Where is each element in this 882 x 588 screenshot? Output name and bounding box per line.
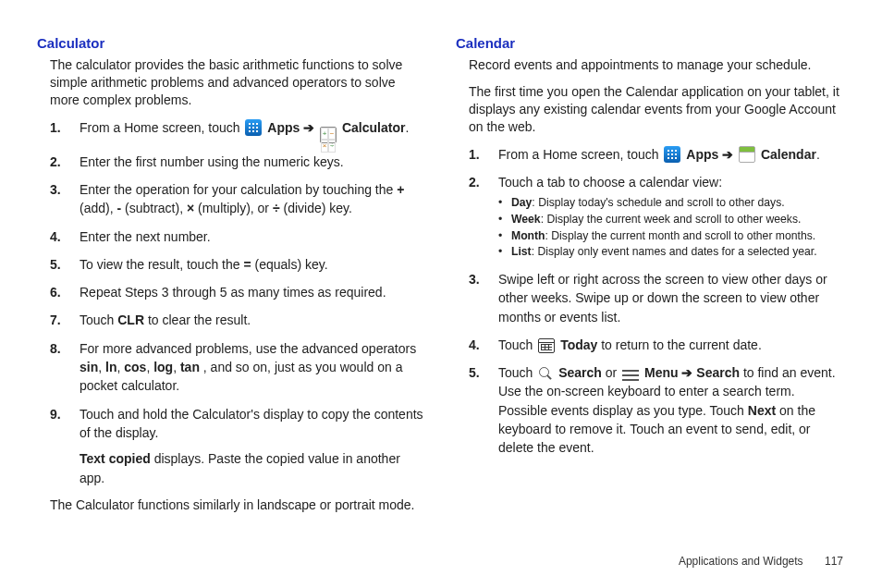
manual-page: Calculator The calculator provides the b… [0, 0, 882, 588]
calendar-heading: Calendar [456, 35, 843, 51]
calculator-icon: +−×÷ [320, 127, 337, 143]
opt-day: Day: Display today's schedule and scroll… [498, 195, 843, 212]
step-9: Touch and hold the Calculator's display … [50, 405, 424, 487]
step-8: For more advanced problems, use the adva… [50, 339, 424, 396]
clr-key: CLR [117, 312, 144, 327]
calculator-intro: The calculator provides the basic arithm… [50, 56, 424, 109]
footer-section: Applications and Widgets [679, 555, 803, 568]
menu-label: Menu [644, 365, 681, 380]
text: Enter the operation for your calculation… [80, 182, 397, 197]
equals-key: = [243, 257, 251, 272]
step-1: From a Home screen, touch Apps ➔ Calenda… [469, 145, 843, 164]
op-tan: tan [180, 360, 200, 374]
times-key: × [187, 201, 194, 215]
calculator-outro: The Calculator functions similarly in la… [50, 496, 424, 515]
arrow-icon: ➔ [681, 365, 692, 380]
text: For more advanced problems, use the adva… [80, 341, 416, 356]
text: (add), [80, 201, 116, 215]
page-footer: Applications and Widgets 117 [679, 555, 843, 568]
text: or [606, 365, 620, 380]
text: to return to the current date. [601, 337, 762, 352]
op-sin: sin [80, 360, 98, 374]
calculator-heading: Calculator [37, 35, 424, 51]
apps-icon [245, 119, 262, 136]
apps-label: Apps [267, 120, 303, 135]
text: Touch [80, 312, 117, 327]
step-7: Touch CLR to clear the result. [50, 311, 424, 329]
step-5: Touch Search or Menu ➔ Search to find an… [469, 363, 843, 457]
calendar-steps: From a Home screen, touch Apps ➔ Calenda… [469, 145, 843, 458]
opt-list: List: Display only event names and dates… [498, 244, 843, 261]
period: . [816, 147, 820, 162]
calculator-steps: From a Home screen, touch Apps ➔ +−×÷ Ca… [50, 118, 424, 487]
step-5: To view the result, touch the = (equals)… [50, 255, 424, 274]
calculator-section: Calculator The calculator provides the b… [37, 35, 424, 514]
calendar-icon [739, 146, 755, 163]
text: Touch [498, 337, 536, 352]
arrow-icon: ➔ [722, 147, 733, 162]
calendar-intro-1: Record events and appointments to manage… [469, 56, 843, 74]
op-ln: ln [105, 360, 116, 374]
text: to clear the result. [148, 312, 251, 327]
text: Touch and hold the Calculator's display … [80, 407, 423, 440]
opt-month: Month: Display the current month and scr… [498, 228, 843, 245]
text: From a Home screen, touch [80, 120, 243, 135]
today-label: Today [560, 337, 597, 352]
text: From a Home screen, touch [498, 147, 662, 162]
calculator-label: Calculator [342, 120, 405, 135]
op-log: log [153, 360, 173, 374]
search-label: Search [558, 365, 602, 380]
view-options: Day: Display today's schedule and scroll… [498, 195, 843, 261]
step-2: Touch a tab to choose a calendar view: D… [469, 173, 843, 261]
step-4: Touch Today to return to the current dat… [469, 336, 843, 354]
menu-icon [622, 368, 639, 381]
apps-icon [664, 146, 680, 163]
page-number: 117 [825, 555, 843, 568]
arrow-icon: ➔ [303, 120, 314, 135]
text: (equals) key. [255, 257, 328, 272]
period: . [405, 120, 409, 135]
step-4: Enter the next number. [50, 227, 424, 246]
text: To view the result, touch the [80, 257, 243, 272]
next-key: Next [748, 403, 776, 418]
text: Touch [498, 365, 536, 380]
text: (divide) key. [280, 201, 352, 215]
step-2: Enter the first number using the numeric… [50, 153, 424, 171]
menu-search-label: Search [696, 365, 740, 380]
text-copied-label: Text copied [80, 451, 151, 466]
today-icon [538, 338, 555, 353]
step-6: Repeat Steps 3 through 5 as many times a… [50, 283, 424, 301]
text: (subtract), [121, 201, 187, 215]
text: (multiply), or [194, 201, 273, 215]
text: Touch a tab to choose a calendar view: [498, 175, 722, 190]
calendar-section: Calendar Record events and appointments … [456, 35, 843, 514]
apps-label: Apps [686, 147, 722, 162]
op-cos: cos [124, 360, 146, 374]
two-column-layout: Calculator The calculator provides the b… [37, 35, 843, 514]
step-1: From a Home screen, touch Apps ➔ +−×÷ Ca… [50, 118, 424, 143]
calendar-label: Calendar [761, 147, 816, 162]
step-3: Swipe left or right across the screen to… [469, 270, 843, 326]
opt-week: Week: Display the current week and scrol… [498, 212, 843, 228]
search-icon [538, 366, 553, 381]
plus-key: + [397, 182, 404, 197]
step-9-note: Text copied displays. Paste the copied v… [80, 449, 424, 487]
step-3: Enter the operation for your calculation… [50, 180, 424, 218]
calendar-intro-2: The first time you open the Calendar app… [469, 83, 843, 136]
divide-key: ÷ [273, 201, 280, 215]
